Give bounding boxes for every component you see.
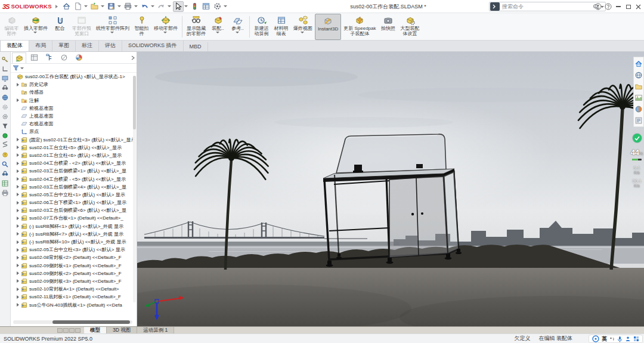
tree-component-item[interactable]: sus02-03工台后侧横梁<1> (默认) <<默认>_显: [11, 167, 137, 175]
undo-icon-caret[interactable]: [151, 5, 154, 7]
tree-vertical-scrollbar[interactable]: [133, 76, 136, 302]
undo-icon[interactable]: [140, 1, 150, 12]
expand-arrow[interactable]: [17, 295, 19, 299]
expand-arrow[interactable]: [17, 248, 19, 252]
expand-arrow[interactable]: [17, 177, 19, 181]
taskpane-appearances-icon[interactable]: [634, 104, 643, 113]
taskpane-file-explorer-icon[interactable]: [634, 93, 643, 102]
plugin-printer2-icon[interactable]: [1, 189, 10, 197]
ribbon-button-mate[interactable]: 配合: [50, 14, 70, 40]
new-document-icon-caret[interactable]: [84, 5, 88, 7]
search-command-box[interactable]: 搜索命令: [489, 2, 606, 11]
featuremanager-tab[interactable]: [12, 52, 26, 63]
print-icon-caret[interactable]: [134, 5, 138, 7]
tree-component-item[interactable]: sus02-10背封板A<1> (Default) <<Default>: [11, 285, 137, 293]
tree-component-item[interactable]: sus02-09侧封板<3> (Default) <<Default>_F: [11, 277, 137, 285]
plugin-monitor-icon[interactable]: [1, 75, 10, 82]
expand-arrow[interactable]: [17, 209, 19, 212]
ribbon-button-motion-study[interactable]: 新建运 动算例: [252, 14, 271, 40]
ribbon-button-assembly-features[interactable]: 装配..: [208, 14, 228, 40]
expand-arrow[interactable]: [17, 201, 19, 205]
open-icon[interactable]: [89, 1, 100, 12]
configurationmanager-tab[interactable]: [42, 52, 56, 63]
dimxpertmanager-tab[interactable]: [57, 52, 71, 63]
tree-folder-item[interactable]: 前视基准面: [11, 104, 137, 112]
restore-button[interactable]: [624, 2, 633, 11]
plugin-globe-icon[interactable]: [1, 94, 10, 101]
taskpane-design-library-icon[interactable]: [634, 82, 643, 91]
tab-布局[interactable]: 布局: [29, 41, 52, 51]
tab-SOLIDWORKS 插件[interactable]: SOLIDWORKS 插件: [122, 41, 184, 51]
plugin-green-dot-icon[interactable]: [1, 132, 10, 140]
tree-folder-item[interactable]: 右视基准面: [11, 120, 137, 128]
tree-component-item[interactable]: sus02-06工台下横梁<1> (默认) <<默认>_显示: [11, 199, 137, 206]
expand-arrow[interactable]: [17, 264, 19, 267]
redo-icon[interactable]: [156, 1, 167, 12]
plugin-spreadsheet-icon[interactable]: [1, 180, 10, 187]
plugin-bracket-icon[interactable]: [1, 65, 10, 73]
settings-gear-icon-caret[interactable]: [224, 5, 227, 7]
ribbon-dropdown-caret[interactable]: [33, 32, 37, 33]
expand-arrow[interactable]: [17, 146, 19, 149]
graphics-viewport[interactable]: [137, 52, 644, 326]
user-icon[interactable]: [625, 336, 631, 342]
ribbon-button-bom[interactable]: 材料明 细表: [271, 14, 291, 40]
expand-arrow[interactable]: [17, 232, 19, 236]
ribbon-button-component-preview[interactable]: 零部件预 览窗口: [70, 14, 94, 40]
help-icon[interactable]: [603, 2, 612, 11]
plugin-coin-icon[interactable]: [1, 151, 10, 159]
rebuild-traffic-icon[interactable]: [190, 1, 200, 12]
expand-arrow[interactable]: [17, 271, 19, 275]
close-button[interactable]: [634, 2, 643, 11]
displaymanager-tab[interactable]: [72, 52, 86, 63]
expand-arrow[interactable]: [17, 240, 19, 244]
ribbon-button-exploded-view[interactable]: 爆炸视图: [291, 14, 315, 40]
home-icon[interactable]: [61, 1, 72, 12]
tree-component-item[interactable]: sus02-04工台横梁 - <5> (默认) <<默认>_显示: [11, 175, 137, 183]
ribbon-button-insert-component[interactable]: 插入零部件: [21, 14, 50, 40]
account-icon[interactable]: [593, 2, 602, 11]
ribbon-dropdown-caret[interactable]: [163, 32, 167, 33]
redo-icon-caret[interactable]: [168, 5, 171, 7]
expand-arrow[interactable]: [17, 153, 19, 157]
new-document-icon[interactable]: [73, 1, 83, 12]
ime-logo-icon[interactable]: [592, 335, 599, 342]
tree-folder-item[interactable]: 注解: [11, 97, 137, 104]
tree-component-item[interactable]: sus02-05工台中立柱<1> (默认) <<默认> 显示: [11, 191, 137, 199]
tree-component-item[interactable]: sus02-04工台横梁 - <2> (默认) <<默认>_显示: [11, 159, 137, 167]
ribbon-button-linear-pattern[interactable]: 线性零部件阵列: [94, 14, 132, 40]
tree-component-item[interactable]: sus02-08背封板<2> (Default) <<Default>_F: [11, 254, 137, 261]
save-icon[interactable]: [106, 1, 117, 12]
tree-component-item[interactable]: sus02-03工台后侧横梁<6> (默认) <<默认>_显: [11, 206, 137, 214]
tab-评估[interactable]: 评估: [99, 41, 122, 51]
open-icon-caret[interactable]: [101, 5, 104, 7]
plugin-spring-icon[interactable]: [1, 141, 10, 149]
taskpane-home-icon[interactable]: [634, 59, 643, 68]
ribbon-dropdown-caret[interactable]: [216, 32, 219, 33]
plugin-binoculars2-icon[interactable]: [1, 170, 10, 178]
expand-arrow[interactable]: [17, 256, 19, 259]
expand-arrow[interactable]: [17, 83, 19, 86]
ribbon-button-move-component[interactable]: 移动零部件: [151, 14, 180, 40]
ribbon-dropdown-caret[interactable]: [236, 32, 239, 33]
tree-component-item[interactable]: sus02-09侧封板<2> (Default) <<Default>_F: [11, 270, 137, 277]
tab-MBD[interactable]: MBD: [184, 42, 208, 51]
ribbon-dropdown-caret[interactable]: [110, 32, 114, 33]
taskpane-resources-icon[interactable]: [634, 70, 643, 79]
ribbon-button-instant3d[interactable]: Instant3D: [315, 14, 341, 40]
ribbon-button-smart-fastener[interactable]: 智能扣 件: [132, 14, 151, 40]
tree-component-item[interactable]: sus02-01工台立柱<5> (默认) <<默认>_显示: [11, 144, 137, 152]
tree-component-item[interactable]: (-) susRB脚杯<7> (默认) <<默认>_外观 显示: [11, 230, 137, 238]
ribbon-dropdown-caret[interactable]: [301, 32, 304, 33]
tree-filter-row[interactable]: [11, 64, 137, 73]
network-monitor-widget[interactable]: 44% 9.1 K/s 30.1 K/s: [630, 134, 644, 191]
model-tab-运动算例 1[interactable]: 运动算例 1: [137, 327, 174, 333]
tree-folder-item[interactable]: 原点: [11, 128, 137, 135]
propertymanager-tab[interactable]: [27, 52, 41, 63]
tree-component-item[interactable]: (-) susRB脚杯<1> (默认) <<默认>_外观 显示: [11, 223, 137, 230]
ime-language-indicator[interactable]: 英: [602, 335, 607, 343]
tab-nav-buttons[interactable]: [57, 327, 80, 333]
expand-arrow[interactable]: [17, 138, 19, 141]
expand-arrow[interactable]: [17, 279, 19, 283]
tree-component-item[interactable]: (-) susRB脚杯<10> (默认) <<默认>_外观 显示: [11, 238, 137, 246]
